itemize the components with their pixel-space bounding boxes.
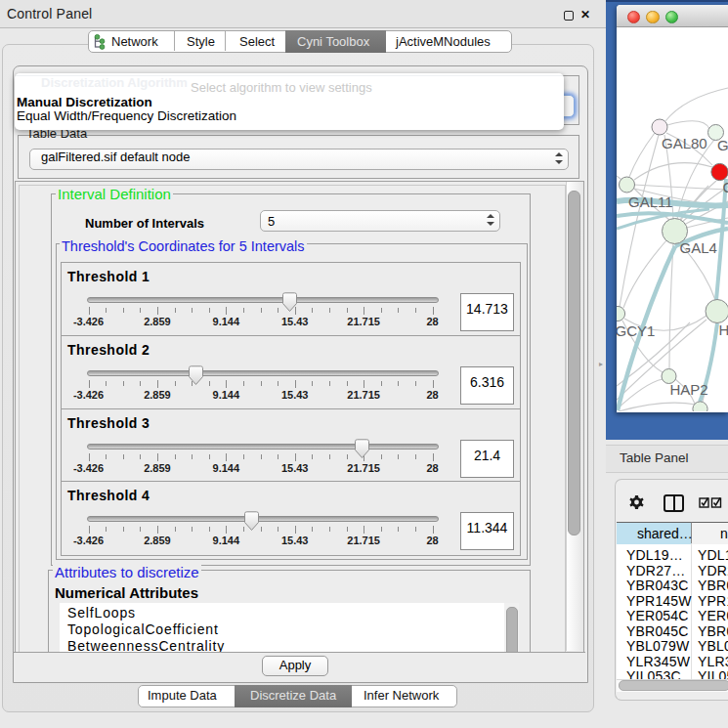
svg-text:H: H <box>719 321 728 338</box>
svg-text:GCY1: GCY1 <box>617 322 655 339</box>
svg-text:GA: GA <box>717 137 728 153</box>
svg-text:GAL4: GAL4 <box>680 239 717 256</box>
svg-text:GAL80: GAL80 <box>662 135 707 151</box>
svg-text:GAL11: GAL11 <box>628 193 673 210</box>
svg-text:HAP2: HAP2 <box>670 381 708 398</box>
svg-text:C: C <box>723 179 728 195</box>
